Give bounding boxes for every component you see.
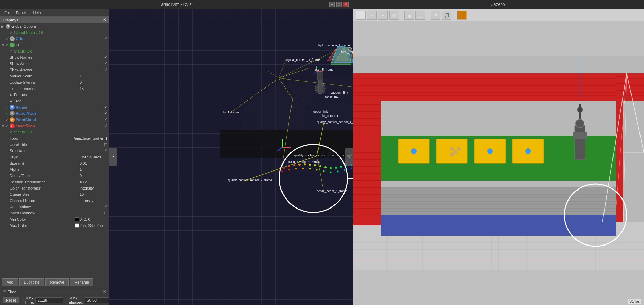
tree-item-marker-scale[interactable]: Marker Scale 1 — [0, 73, 109, 79]
tf-status-label: Status: Ok — [14, 49, 107, 53]
tree-item-decay-time[interactable]: Decay Time 0 — [0, 173, 109, 179]
rviz-maximize-btn[interactable]: □ — [336, 2, 342, 7]
tree-item-alpha[interactable]: Alpha 1 — [0, 166, 109, 173]
tree-item-size[interactable]: Size (m) 0.01 — [0, 160, 109, 166]
gazebo-title-bar: Gazebo — [351, 0, 644, 9]
laserscan-label: LaserScan — [16, 124, 104, 128]
frame-timeout-value: 15 — [80, 86, 107, 91]
tree-item-update-interval[interactable]: Update Interval 0 — [0, 79, 109, 85]
topic-value: /ariac/laser_profiler_1 — [74, 137, 107, 140]
right-section: depth_camera_1_frame bin5_frame logical_… — [109, 9, 644, 305]
remove-button[interactable]: Remove — [45, 278, 69, 286]
tree-item-show-axes[interactable]: Show Axes ✓ — [0, 61, 109, 67]
pointcloud-label: PointCloud — [16, 118, 104, 122]
rename-button[interactable]: Rename — [70, 278, 93, 286]
range-icon: R — [10, 105, 15, 110]
gz-btn-8[interactable]: 🎵 — [442, 11, 451, 20]
tree-item-grid[interactable]: ✓ ≡ Grid ✓ — [0, 36, 109, 42]
displays-tree[interactable]: ▶ G Global Options ✓ Global Status: Ok ✓… — [0, 23, 109, 276]
tree-item-style[interactable]: Style Flat Squares — [0, 154, 109, 160]
gz-btn-4[interactable]: ≋ — [389, 11, 399, 20]
time-bar: ⏱ Time ✕ — [0, 288, 109, 295]
reset-button[interactable]: Reset — [3, 297, 19, 303]
tree-item-topic[interactable]: Topic /ariac/laser_profiler_1 — [0, 135, 109, 141]
ros-elapsed-field: ROS Elapsed: 20.53 — [69, 296, 113, 304]
duplicate-button[interactable]: Duplicate — [19, 278, 44, 286]
show-arrows-label: Show Arrows — [10, 68, 104, 72]
rviz-window-controls[interactable]: ─ □ ✕ — [329, 2, 349, 7]
svg-rect-121 — [573, 132, 587, 139]
gz-btn-3[interactable]: ✦ — [378, 11, 388, 20]
grid-label: Grid — [16, 37, 104, 41]
tree-item-frame-timeout[interactable]: Frame Timeout 15 — [0, 85, 109, 92]
max-color-swatch — [75, 223, 79, 228]
topic-label: Topic — [10, 136, 74, 140]
pointcloud-check-icon: ✓ — [6, 118, 9, 122]
gz-btn-9[interactable] — [457, 11, 467, 20]
tf-status-check-icon: ✓ — [10, 49, 13, 54]
expand-global-options-icon: ▶ — [1, 25, 6, 28]
pointcloud-checkmark-icon: ✓ — [104, 117, 107, 122]
ros-elapsed-value: 20.53 — [85, 297, 113, 303]
menu-help[interactable]: Help — [30, 10, 44, 16]
tree-item-robotmodel[interactable]: ✓ M RobotModel ✓ — [0, 110, 109, 117]
add-button[interactable]: Add — [2, 278, 18, 286]
gz-btn-5[interactable]: ▣ — [404, 11, 414, 20]
min-color-value: 0; 0; 0 — [80, 217, 107, 221]
tf-label: TF — [16, 43, 107, 47]
ros-elapsed-label: ROS Elapsed: — [69, 296, 83, 304]
tree-item-queue-size[interactable]: Queue Size 10 — [0, 191, 109, 197]
rviz-viewport[interactable]: depth_camera_1_frame bin5_frame logical_… — [109, 9, 353, 305]
tree-item-min-color[interactable]: Min Color 0; 0; 0 — [0, 216, 109, 222]
tree-item-show-arrows[interactable]: Show Arrows ✓ — [0, 67, 109, 73]
tree-item-frames[interactable]: ▶ Frames — [0, 92, 109, 98]
rviz-close-btn[interactable]: ✕ — [343, 2, 349, 7]
gazebo-scene-svg — [353, 21, 644, 305]
svg-point-118 — [487, 148, 493, 154]
tree-item-tf-status[interactable]: ✓ Status: Ok — [0, 48, 109, 54]
displays-panel: File Panels Help Displays ✕ ▶ G Global O… — [0, 9, 109, 305]
fps-counter: 31 fps — [628, 299, 641, 304]
marker-scale-value: 1 — [80, 74, 107, 78]
tree-item-range[interactable]: ✓ R Range ✓ — [0, 104, 109, 110]
robotmodel-icon: M — [10, 111, 15, 116]
expand-tf-icon: ▼ — [1, 43, 6, 47]
tree-item-pointcloud[interactable]: ✓ P PointCloud ✓ — [0, 117, 109, 123]
tree-item-color-transformer[interactable]: Color Transformer Intensity — [0, 185, 109, 191]
menu-file[interactable]: File — [1, 10, 13, 16]
position-transformer-value: XYZ — [80, 180, 107, 184]
expand-tree-icon: ▶ — [10, 99, 14, 103]
tree-item-position-transformer[interactable]: Position Transformer XYZ — [0, 179, 109, 185]
tree-item-invert-rainbow[interactable]: Invert Rainbow ☐ — [0, 210, 109, 216]
range-label: Range — [16, 105, 104, 109]
gazebo-viewport[interactable]: 31 fps — [353, 21, 644, 305]
tree-item-selectable[interactable]: Selectable ✓ — [0, 148, 109, 154]
nav-arrow-left[interactable]: ‹ — [109, 148, 117, 166]
rviz-minimize-btn[interactable]: ─ — [329, 2, 335, 7]
menu-panels[interactable]: Panels — [13, 10, 30, 16]
tree-item-tree[interactable]: ▶ Tree — [0, 98, 109, 104]
nav-arrow-right[interactable]: › — [345, 148, 353, 166]
tree-item-unreliable[interactable]: Unreliable ☐ — [0, 141, 109, 148]
laserscan-icon: L — [10, 123, 15, 128]
tree-item-global-options[interactable]: ▶ G Global Options — [0, 23, 109, 29]
tree-item-show-names[interactable]: Show Names ✓ — [0, 54, 109, 61]
tree-label: Tree — [14, 99, 107, 103]
frames-label: Frames — [14, 93, 107, 97]
gz-btn-6[interactable]: ▢ — [415, 11, 425, 20]
show-names-check-icon: ✓ — [104, 55, 107, 60]
tree-item-channel-name[interactable]: Channel Name intensity — [0, 197, 109, 204]
svg-point-114 — [450, 147, 454, 151]
tree-item-laserscan[interactable]: ▼ ✓ L LaserScan ✓ — [0, 123, 109, 129]
tree-item-laserscan-status[interactable]: ✓ Status: Ok — [0, 129, 109, 135]
tree-item-use-rainbow[interactable]: Use rainbow ✓ — [0, 204, 109, 210]
gz-btn-1[interactable]: ⊟ — [356, 11, 366, 20]
tree-item-max-color[interactable]: Max Color 255; 255; 255 — [0, 222, 109, 229]
gz-btn-2[interactable]: ☀ — [367, 11, 377, 20]
displays-close[interactable]: ✕ — [103, 18, 106, 22]
time-close-icon[interactable]: ✕ — [103, 289, 106, 294]
size-label: Size (m) — [10, 161, 80, 165]
gz-btn-7[interactable]: ⚑ — [431, 11, 440, 20]
tree-item-tf[interactable]: ▼ ✓ T TF — [0, 42, 109, 48]
tree-item-global-status[interactable]: ✓ Global Status: Ok — [0, 29, 109, 36]
